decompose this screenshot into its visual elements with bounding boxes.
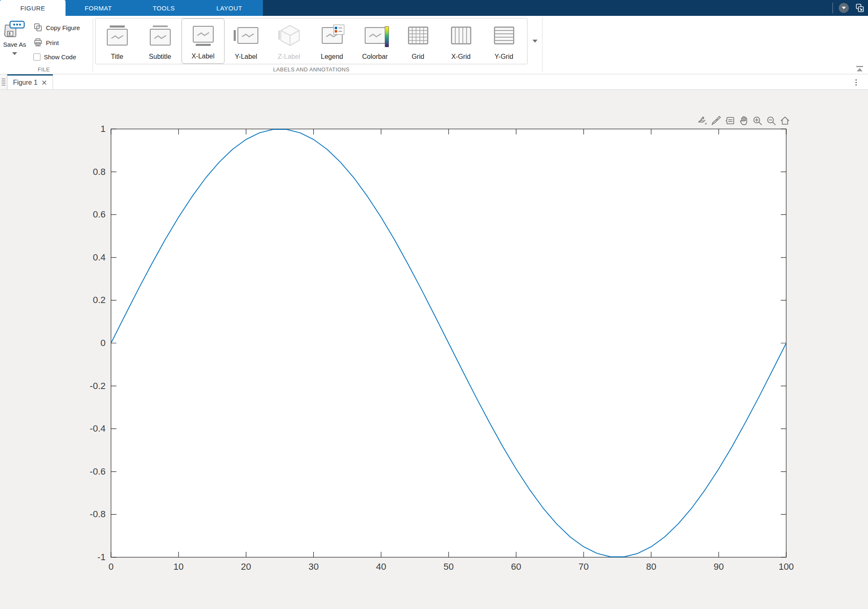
svg-text:50: 50 <box>444 561 454 572</box>
svg-text:-1: -1 <box>97 552 106 562</box>
axes-plot[interactable]: 0102030405060708090100-1-0.8-0.6-0.4-0.2… <box>0 90 868 609</box>
brush-icon <box>711 115 722 126</box>
svg-text:0: 0 <box>101 338 106 348</box>
svg-text:90: 90 <box>714 561 724 572</box>
zoom-out-button[interactable] <box>765 115 777 126</box>
colorbar-icon <box>365 23 386 48</box>
copy-figure-button[interactable]: Copy Figure <box>33 23 80 32</box>
toolstrip-tab-format[interactable]: FORMAT <box>66 0 131 16</box>
svg-text:-0.2: -0.2 <box>90 381 106 391</box>
figure-canvas: 0102030405060708090100-1-0.8-0.6-0.4-0.2… <box>0 90 868 609</box>
zoom-in-button[interactable] <box>752 115 763 126</box>
svg-text:60: 60 <box>511 561 521 572</box>
axes-toolbar <box>696 115 790 126</box>
legend-icon <box>322 23 343 48</box>
pop-out-icon[interactable] <box>855 3 865 13</box>
print-button[interactable]: Print <box>33 38 59 47</box>
grid-button[interactable]: Grid <box>396 18 439 64</box>
print-icon <box>33 38 43 47</box>
svg-text:-0.8: -0.8 <box>90 509 106 519</box>
x-grid-label: X-Grid <box>451 53 470 61</box>
figure1-tab-label: Figure 1 <box>13 79 38 86</box>
labels-annotations-section-label: LABELS AND ANNOTATIONS <box>95 66 527 73</box>
document-tab-bar: Figure 1 <box>0 74 868 90</box>
user-menu-button[interactable] <box>839 3 849 13</box>
svg-text:0.4: 0.4 <box>93 252 106 263</box>
show-code-label: Show Code <box>44 53 76 61</box>
x-grid-button[interactable]: X-Grid <box>439 18 482 64</box>
chevron-down-icon <box>842 7 846 9</box>
subtitle-label: Subtitle <box>149 53 171 61</box>
z-label-icon <box>277 23 301 48</box>
close-icon[interactable] <box>41 80 47 86</box>
grid-icon <box>408 23 429 48</box>
svg-text:30: 30 <box>308 561 318 572</box>
save-icon <box>4 20 25 38</box>
svg-text:70: 70 <box>578 561 588 572</box>
save-as-dropdown-arrow[interactable] <box>12 52 17 55</box>
title-icon <box>107 23 128 48</box>
toolstrip-tab-figure[interactable]: FIGURE <box>0 0 66 16</box>
topbar-divider <box>833 3 833 13</box>
svg-text:0: 0 <box>108 561 114 572</box>
x-label-icon <box>193 23 214 49</box>
legend-label: Legend <box>321 53 343 61</box>
toolstrip-tab-layout[interactable]: LAYOUT <box>197 0 262 16</box>
tab-options-menu[interactable] <box>853 78 859 87</box>
svg-text:20: 20 <box>241 561 251 572</box>
ribbon: Save As Copy Figure Print Show Code <box>0 16 868 74</box>
y-label-icon <box>234 23 258 48</box>
svg-text:40: 40 <box>376 561 386 572</box>
toolstrip-tab-bar: FIGURE FORMAT TOOLS LAYOUT <box>0 0 868 16</box>
export-button[interactable] <box>696 115 708 126</box>
svg-text:1: 1 <box>101 124 106 134</box>
title-button[interactable]: Title <box>96 18 139 64</box>
datatips-icon <box>724 115 735 126</box>
matlab-figure-window: FIGURE FORMAT TOOLS LAYOUT <box>0 0 868 609</box>
y-grid-button[interactable]: Y-Grid <box>482 18 525 64</box>
legend-button[interactable]: Legend <box>310 18 353 64</box>
y-label-label: Y-Label <box>235 53 257 61</box>
show-code-checkbox[interactable] <box>33 53 40 61</box>
gallery-expand-arrow-icon <box>532 40 537 43</box>
svg-text:0.2: 0.2 <box>93 295 106 305</box>
grid-label: Grid <box>411 53 424 61</box>
figure1-tab[interactable]: Figure 1 <box>7 74 53 89</box>
svg-text:100: 100 <box>779 561 794 572</box>
subtitle-icon <box>150 23 171 48</box>
z-label-label: Z-Label <box>278 53 300 61</box>
section-divider <box>93 18 93 72</box>
x-label-button[interactable]: X-Label <box>182 18 225 64</box>
file-section-label: FILE <box>25 66 63 73</box>
z-label-button: Z-Label <box>267 18 310 64</box>
collapse-ribbon-button[interactable] <box>855 64 865 73</box>
x-grid-icon <box>451 23 472 48</box>
tab-drag-grip[interactable] <box>0 74 7 89</box>
x-label-label: X-Label <box>192 53 214 60</box>
datatips-button[interactable] <box>724 115 735 126</box>
svg-text:-0.6: -0.6 <box>90 466 106 477</box>
colorbar-label: Colorbar <box>362 53 388 61</box>
svg-text:80: 80 <box>646 561 656 572</box>
save-as-label: Save As <box>3 41 27 48</box>
svg-text:0.6: 0.6 <box>93 209 106 220</box>
show-code-option[interactable]: Show Code <box>33 53 76 61</box>
export-icon <box>697 115 708 126</box>
pan-button[interactable] <box>738 115 749 126</box>
y-label-button[interactable]: Y-Label <box>225 18 267 64</box>
restore-view-button[interactable] <box>779 115 790 126</box>
pan-icon <box>738 115 749 126</box>
gallery-expand-button[interactable] <box>527 18 542 64</box>
toolstrip-tab-tools[interactable]: TOOLS <box>131 0 197 16</box>
collapse-ribbon-icon <box>855 64 865 73</box>
y-grid-label: Y-Grid <box>495 53 513 61</box>
save-as-button[interactable]: Save As <box>3 20 27 55</box>
colorbar-button[interactable]: Colorbar <box>353 18 396 64</box>
print-label: Print <box>46 39 59 46</box>
copy-icon <box>33 23 43 32</box>
labels-annotations-gallery: Title Subtitle X-Label <box>95 18 527 64</box>
subtitle-button[interactable]: Subtitle <box>139 18 182 64</box>
ribbon-separator <box>542 18 542 72</box>
brush-button[interactable] <box>710 115 722 126</box>
svg-text:-0.4: -0.4 <box>90 423 106 434</box>
